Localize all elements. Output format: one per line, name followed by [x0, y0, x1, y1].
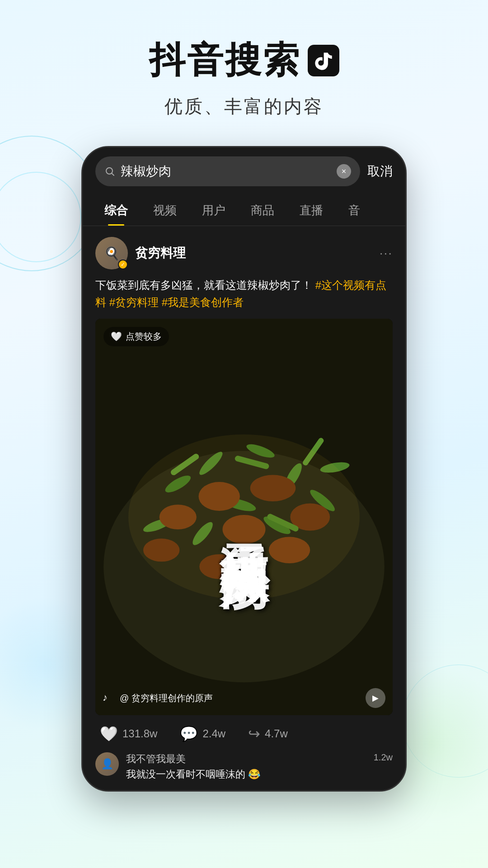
- tab-video[interactable]: 视频: [141, 195, 189, 226]
- comments-count: 2.4w: [202, 727, 225, 740]
- likes-count: 131.8w: [122, 727, 157, 740]
- username-label[interactable]: 贫穷料理: [135, 245, 186, 262]
- video-thumbnail[interactable]: 🤍 点赞较多 勇猛辣椒炒肉 ♪ @ 贫穷料理创作的原声 ▶: [95, 319, 393, 715]
- comment-content: 我不管我最美 我就没一次看时不咽唾沫的 😂: [126, 752, 366, 781]
- comment-interaction[interactable]: 💬 2.4w: [180, 725, 225, 742]
- comment-likes-count: 1.2w: [374, 752, 393, 763]
- shares-count: 4.7w: [265, 727, 288, 740]
- tab-user[interactable]: 用户: [189, 195, 238, 226]
- sound-bar: ♪ @ 贫穷料理创作的原声 ▶: [103, 688, 385, 708]
- video-calligraphy-text: 勇猛辣椒炒肉: [220, 506, 268, 528]
- search-input-wrap[interactable]: 辣椒炒肉 ×: [95, 156, 360, 186]
- video-text-overlay: 勇猛辣椒炒肉: [95, 319, 393, 715]
- share-interaction[interactable]: ↪ 4.7w: [248, 725, 288, 742]
- heart-icon: 🤍: [100, 725, 118, 742]
- verified-badge-icon: ✓: [118, 259, 128, 269]
- comment-icon: 💬: [180, 725, 198, 742]
- user-info: 🍳 ✓ 贫穷料理: [95, 237, 186, 269]
- svg-rect-0: [308, 45, 339, 76]
- like-interaction[interactable]: 🤍 131.8w: [100, 725, 157, 742]
- search-query-text: 辣椒炒肉: [121, 163, 331, 180]
- share-icon: ↪: [248, 725, 260, 742]
- play-button[interactable]: ▶: [366, 688, 385, 708]
- phone-inner: 辣椒炒肉 × 取消 综合 视频 用户 商品 直播 音: [83, 147, 405, 790]
- tab-comprehensive[interactable]: 综合: [92, 195, 141, 226]
- svg-line-2: [112, 173, 114, 175]
- commenter-avatar: 👤: [95, 752, 119, 776]
- header-title-row: 抖音搜索: [0, 36, 488, 85]
- post-card: 🍳 ✓ 贫穷料理 ··· 下饭菜到底有多凶猛，就看这道辣椒炒肉了！ #这个视频有…: [83, 226, 405, 752]
- commenter-name: 我不管我最美: [126, 752, 366, 766]
- search-bar: 辣椒炒肉 × 取消: [83, 147, 405, 195]
- search-cancel-button[interactable]: 取消: [367, 163, 393, 180]
- search-icon: [104, 166, 115, 177]
- header-subtitle: 优质、丰富的内容: [0, 94, 488, 119]
- tiktok-logo-icon: [308, 45, 339, 76]
- tiktok-sound-icon: ♪: [103, 692, 115, 704]
- tab-live[interactable]: 直播: [287, 195, 336, 226]
- post-desc-plain: 下饭菜到底有多凶猛，就看这道辣椒炒肉了！: [95, 279, 312, 291]
- header-title: 抖音搜索: [149, 36, 301, 85]
- phone-mockup: 辣椒炒肉 × 取消 综合 视频 用户 商品 直播 音: [81, 146, 407, 792]
- comment-section: 👤 我不管我最美 我就没一次看时不咽唾沫的 😂 1.2w: [83, 752, 405, 790]
- search-clear-button[interactable]: ×: [337, 164, 351, 179]
- page-header: 抖音搜索 优质、丰富的内容: [0, 0, 488, 137]
- avatar-wrap: 🍳 ✓: [95, 237, 128, 269]
- interaction-bar: 🤍 131.8w 💬 2.4w ↪ 4.7w: [95, 715, 393, 752]
- sound-text-label: @ 贫穷料理创作的原声: [120, 692, 361, 704]
- more-options-icon[interactable]: ···: [380, 246, 393, 260]
- comment-text: 我就没一次看时不咽唾沫的 😂: [126, 768, 366, 781]
- post-description: 下饭菜到底有多凶猛，就看这道辣椒炒肉了！ #这个视频有点料 #贫穷料理 #我是美…: [95, 277, 393, 311]
- tabs-bar: 综合 视频 用户 商品 直播 音: [83, 195, 405, 226]
- post-header: 🍳 ✓ 贫穷料理 ···: [95, 237, 393, 269]
- tab-music[interactable]: 音: [336, 195, 373, 226]
- phone-container: 辣椒炒肉 × 取消 综合 视频 用户 商品 直播 音: [0, 146, 488, 792]
- tab-product[interactable]: 商品: [238, 195, 287, 226]
